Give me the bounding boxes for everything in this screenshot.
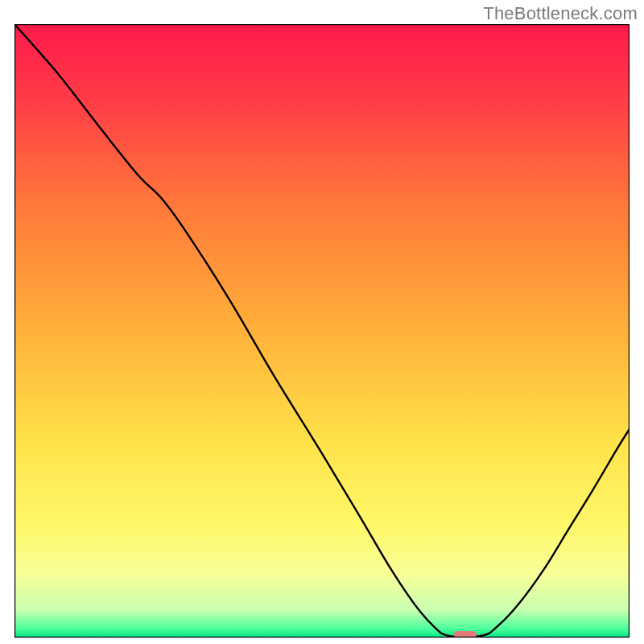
attribution-text: TheBottleneck.com <box>483 3 638 24</box>
bottleneck-chart <box>14 24 630 638</box>
gradient-background <box>14 24 630 638</box>
chart-svg <box>14 24 630 638</box>
